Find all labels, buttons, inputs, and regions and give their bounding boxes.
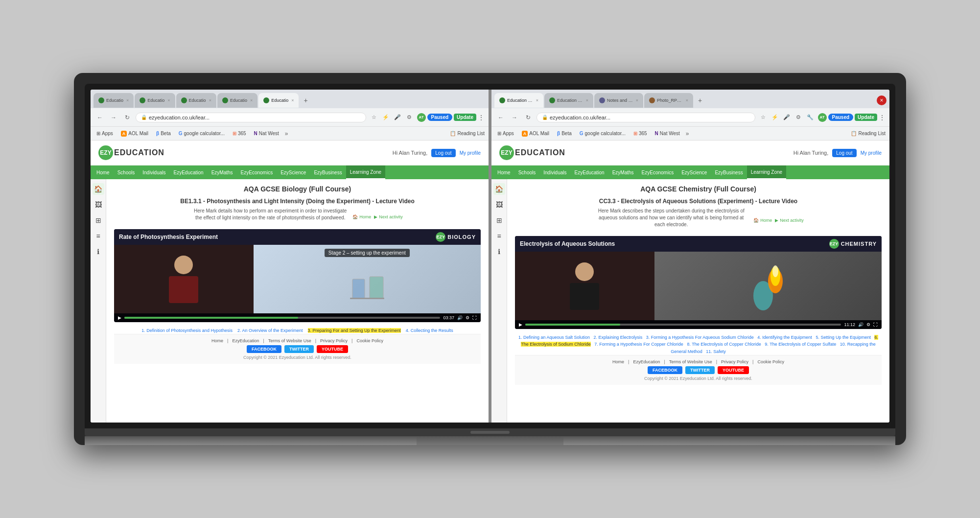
footer-home[interactable]: Home bbox=[211, 338, 223, 343]
tab-close-icon[interactable]: × bbox=[291, 98, 294, 103]
chapter-4[interactable]: 4. Collecting the Results bbox=[406, 328, 453, 333]
url-input[interactable]: 🔒 ezyeducation.co.uk/lear... bbox=[136, 113, 366, 122]
right-chapter-4[interactable]: 4. Identifying the Equipment bbox=[757, 335, 812, 340]
right-twitter-button[interactable]: TWITTER bbox=[685, 366, 715, 374]
menu-button[interactable]: ⋮ bbox=[478, 114, 485, 121]
right-chapter-3[interactable]: 3. Forming a Hypothesis For Aqueous Sodi… bbox=[646, 335, 754, 340]
footer-ezy[interactable]: EzyEducation bbox=[232, 338, 259, 343]
right-chapter-5[interactable]: 5. Setting Up the Equipment bbox=[816, 335, 871, 340]
right-youtube-button[interactable]: YOUTUBE bbox=[718, 366, 749, 374]
sidebar-list-icon[interactable]: ≡ bbox=[93, 230, 104, 242]
right-facebook-button[interactable]: FACEBOOK bbox=[648, 366, 682, 374]
right-nav-learning-zone[interactable]: Learning Zone bbox=[747, 165, 787, 179]
left-progress-bar[interactable] bbox=[124, 317, 440, 319]
nav-home[interactable]: Home bbox=[93, 165, 114, 179]
right-nav-schools[interactable]: Schools bbox=[514, 165, 540, 179]
logout-button[interactable]: Log out bbox=[431, 149, 455, 157]
mic-icon[interactable]: 🎤 bbox=[393, 113, 402, 122]
right-sidebar-info-icon[interactable]: ℹ bbox=[493, 246, 505, 258]
right-chapter-9[interactable]: 9. The Electrolysis of Copper Sulfate bbox=[765, 342, 836, 347]
right-bookmark-beta[interactable]: β Beta bbox=[555, 130, 574, 137]
right-update-button[interactable]: Update bbox=[855, 114, 877, 121]
left-tab-4[interactable]: Educatio × bbox=[217, 93, 257, 108]
settings-video-icon[interactable]: ⚙ bbox=[466, 315, 469, 320]
right-paused-button[interactable]: Paused bbox=[828, 114, 854, 121]
update-button[interactable]: Update bbox=[454, 114, 476, 121]
new-tab-button[interactable]: + bbox=[300, 94, 311, 106]
right-extension-icon[interactable]: ⚡ bbox=[770, 113, 780, 122]
volume-icon[interactable]: 🔊 bbox=[457, 315, 463, 320]
my-profile-link[interactable]: My profile bbox=[460, 150, 481, 156]
refresh-button[interactable]: ↻ bbox=[122, 112, 133, 123]
left-tab-5-active[interactable]: Educatio × bbox=[258, 93, 299, 108]
right-bookmarks-more-button[interactable]: » bbox=[686, 130, 689, 137]
right-progress-bar[interactable] bbox=[525, 324, 841, 326]
bookmark-natwest[interactable]: N Nat West bbox=[252, 130, 281, 137]
facebook-button[interactable]: FACEBOOK bbox=[247, 345, 281, 353]
right-footer-ezy[interactable]: EzyEducation bbox=[633, 359, 660, 364]
reading-list-button[interactable]: 📋 Reading List bbox=[450, 131, 485, 136]
chapter-3[interactable]: 3. Preparing For and Setting Up the Expe… bbox=[308, 328, 401, 333]
paused-button[interactable]: Paused bbox=[427, 114, 453, 121]
right-chapter-7[interactable]: 7. Forming a Hypothesis For Copper Chlor… bbox=[594, 342, 683, 347]
right-reading-list-button[interactable]: 📋 Reading List bbox=[851, 131, 886, 136]
footer-terms[interactable]: Terms of Website Use bbox=[268, 338, 311, 343]
right-menu-button[interactable]: ⋮ bbox=[879, 114, 886, 121]
right-url-input[interactable]: 🔒 ezyeducation.co.uk/lear... bbox=[537, 113, 755, 122]
right-footer-cookie[interactable]: Cookie Policy bbox=[757, 359, 784, 364]
right-mic-icon[interactable]: 🎤 bbox=[782, 113, 792, 122]
right-sidebar-image-icon[interactable]: 🖼 bbox=[493, 199, 505, 211]
right-nav-ezybusiness[interactable]: EzyBusiness bbox=[711, 165, 747, 179]
bookmark-google[interactable]: G google calculator... bbox=[177, 130, 227, 137]
right-settings-icon[interactable]: ⚙ bbox=[793, 113, 803, 122]
close-window-button[interactable]: × bbox=[877, 95, 887, 105]
right-tab-2[interactable]: Education res × bbox=[544, 93, 593, 108]
right-bookmark-apps[interactable]: ⊞ Apps bbox=[495, 130, 516, 137]
left-next-link[interactable]: ▶ Next activity bbox=[374, 214, 403, 219]
chapter-1[interactable]: 1. Definition of Photosynthesis and Hypo… bbox=[141, 328, 233, 333]
right-settings-video-icon[interactable]: ⚙ bbox=[866, 322, 870, 327]
nav-ezyeducation[interactable]: EzyEducation bbox=[170, 165, 208, 179]
left-tab-1[interactable]: Educatio × bbox=[93, 93, 134, 108]
right-nav-ezyeducation[interactable]: EzyEducation bbox=[571, 165, 608, 179]
left-tab-2[interactable]: Educatio × bbox=[135, 93, 175, 108]
right-bookmark-natwest[interactable]: N Nat West bbox=[653, 130, 682, 137]
right-bookmark-google[interactable]: G google calculator... bbox=[578, 130, 628, 137]
tab-close-icon[interactable]: × bbox=[209, 98, 211, 103]
bookmark-apps[interactable]: ⊞ Apps bbox=[94, 130, 115, 137]
right-footer-home[interactable]: Home bbox=[612, 359, 624, 364]
left-home-link[interactable]: 🏠 Home bbox=[352, 214, 371, 219]
sidebar-image-icon[interactable]: 🖼 bbox=[93, 199, 104, 211]
right-logout-button[interactable]: Log out bbox=[832, 149, 856, 157]
right-volume-icon[interactable]: 🔊 bbox=[858, 322, 863, 327]
right-play-icon[interactable]: ▶ bbox=[519, 322, 522, 327]
chapter-2[interactable]: 2. An Overview of the Experiment bbox=[237, 328, 303, 333]
bookmark-aol[interactable]: A AOL Mail bbox=[119, 130, 150, 138]
sidebar-info-icon[interactable]: ℹ bbox=[93, 246, 104, 258]
right-chapter-8[interactable]: 8. The Electrolysis of Copper Chloride bbox=[687, 342, 761, 347]
forward-button[interactable]: → bbox=[108, 112, 119, 123]
right-nav-ezyeconomics[interactable]: EzyEconomics bbox=[638, 165, 678, 179]
footer-cookie[interactable]: Cookie Policy bbox=[356, 338, 383, 343]
right-forward-button[interactable]: → bbox=[509, 112, 520, 123]
fullscreen-icon[interactable]: ⛶ bbox=[472, 315, 477, 320]
right-chapter-1[interactable]: 1. Defining an Aqueous Salt Solution bbox=[518, 335, 590, 340]
right-extra-icon[interactable]: 🔧 bbox=[805, 113, 815, 122]
right-nav-individuals[interactable]: Individuals bbox=[539, 165, 570, 179]
right-fullscreen-icon[interactable]: ⛶ bbox=[873, 322, 878, 327]
tab-close-icon[interactable]: × bbox=[586, 98, 588, 103]
nav-ezyeconomics[interactable]: EzyEconomics bbox=[237, 165, 277, 179]
right-tab-3[interactable]: Notes and W... × bbox=[594, 93, 643, 108]
right-footer-terms[interactable]: Terms of Website Use bbox=[669, 359, 712, 364]
right-chapter-2[interactable]: 2. Explaining Electrolysis bbox=[594, 335, 643, 340]
right-tab-4[interactable]: Photo_RP_INF... × bbox=[644, 93, 693, 108]
right-bookmark-aol[interactable]: A AOL Mail bbox=[520, 130, 551, 138]
right-chapter-11[interactable]: 11. Safety bbox=[706, 349, 726, 354]
star-icon[interactable]: ☆ bbox=[369, 113, 379, 122]
right-nav-ezymaths[interactable]: EzyMaths bbox=[608, 165, 638, 179]
nav-individuals[interactable]: Individuals bbox=[139, 165, 169, 179]
tab-close-icon[interactable]: × bbox=[250, 98, 253, 103]
right-bookmark-365[interactable]: ⊞ 365 bbox=[631, 130, 649, 137]
nav-ezybusiness[interactable]: EzyBusiness bbox=[310, 165, 346, 179]
tab-close-icon[interactable]: × bbox=[686, 98, 688, 103]
